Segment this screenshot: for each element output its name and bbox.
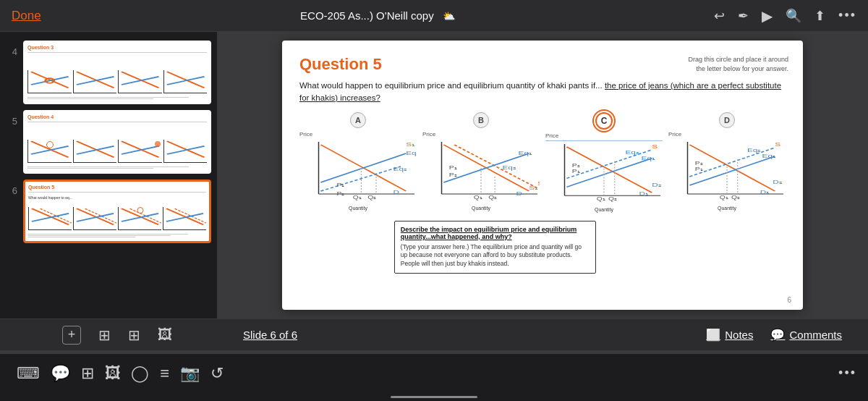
svg-text:P₂: P₂ bbox=[572, 162, 581, 168]
bottom-tools: ⌨ 💬 ⊞ 🖼 ◯ ≡ 📷 ↺ ••• bbox=[0, 353, 868, 392]
answer-option-a[interactable]: A Price bbox=[299, 112, 417, 212]
chart-a: S₁ Eq₁ Eq₂ D P₁ P₂ Q₁ Q₂ bbox=[299, 139, 417, 204]
slide-thumb-row-6: 6 Question 5 What would happen to eq... bbox=[0, 177, 217, 246]
option-circle-a: A bbox=[350, 112, 366, 128]
answer-option-d[interactable]: D Price S Eq₁ Eq₂ D₁ bbox=[668, 112, 786, 212]
svg-line-12 bbox=[76, 146, 114, 154]
table-icon[interactable]: ⊞ bbox=[81, 364, 94, 383]
slide-page-number: 6 bbox=[787, 296, 791, 304]
svg-line-17 bbox=[32, 208, 69, 224]
svg-text:D: D bbox=[393, 188, 400, 195]
svg-text:P₁: P₁ bbox=[572, 168, 581, 174]
main-content: 4 Question 3 bbox=[0, 32, 868, 318]
comments-icon: 💬 bbox=[770, 328, 785, 342]
svg-text:S: S bbox=[652, 143, 658, 149]
notes-icon: ⬜ bbox=[706, 328, 720, 342]
svg-text:D₂: D₂ bbox=[773, 178, 782, 185]
comments-button[interactable]: 💬 Comments bbox=[770, 328, 842, 342]
svg-line-14 bbox=[122, 146, 159, 154]
svg-line-28 bbox=[166, 214, 203, 221]
svg-text:S: S bbox=[775, 140, 780, 147]
search-icon[interactable]: 🔍 bbox=[786, 8, 801, 24]
slide-thumbnail-6[interactable]: Question 5 What would happen to eq... bbox=[23, 180, 211, 243]
slide-canvas: Question 5 Drag this circle and place it… bbox=[282, 41, 803, 310]
done-button[interactable]: Done bbox=[12, 9, 41, 23]
slide-thumbnail-4[interactable]: Question 3 bbox=[23, 41, 211, 104]
toolbar-center: ECO-205 As...) O'Neill copy ⛅ bbox=[300, 9, 455, 22]
image-icon[interactable]: 🖼 bbox=[158, 326, 172, 343]
top-toolbar: Done ECO-205 As...) O'Neill copy ⛅ ↩ ✒ ▶… bbox=[0, 0, 868, 32]
slide-number-5: 5 bbox=[6, 116, 17, 127]
slide-thumbnail-5[interactable]: Question 4 bbox=[23, 110, 211, 174]
slide-thumb-row-4: 4 Question 3 bbox=[0, 38, 217, 107]
undo-bottom-icon[interactable]: ↺ bbox=[210, 364, 224, 383]
grid-icon[interactable]: ⊞ bbox=[128, 326, 140, 344]
chart-d: S Eq₁ Eq₂ D₁ D₂ P₁ P₂ Q₁ Q₂ bbox=[668, 139, 786, 204]
share-icon[interactable]: ⬆ bbox=[814, 8, 825, 24]
svg-text:Q₂: Q₂ bbox=[608, 195, 618, 201]
svg-text:Q₁: Q₁ bbox=[720, 194, 729, 200]
comment-add-icon[interactable]: 💬 bbox=[51, 364, 70, 383]
slide-panel: 4 Question 3 bbox=[0, 32, 217, 318]
play-icon[interactable]: ▶ bbox=[762, 7, 773, 25]
pen-icon[interactable]: ✒ bbox=[738, 8, 749, 24]
more-options-icon[interactable]: ••• bbox=[838, 8, 856, 23]
comments-label: Comments bbox=[789, 329, 842, 341]
answer-option-c[interactable]: C Price bbox=[545, 112, 663, 212]
more-tools-icon[interactable]: ••• bbox=[838, 366, 856, 381]
presentation-title: ECO-205 As...) O'Neill copy bbox=[300, 9, 434, 22]
svg-text:Eq₁: Eq₁ bbox=[406, 149, 417, 156]
list-icon[interactable]: ≡ bbox=[160, 364, 169, 383]
chart-b: S₁ S₂ Eq₁ Eq₂ D P₂ P₁ Q₁ Q₂ bbox=[422, 139, 540, 204]
svg-text:Eq₁: Eq₁ bbox=[519, 149, 532, 156]
chart-d-xlabel: Quantity bbox=[718, 206, 736, 211]
answer-option-b[interactable]: B Price S₁ S₂ Eq₁ Eq₂ bbox=[422, 112, 540, 212]
camera-icon[interactable]: 📷 bbox=[180, 364, 200, 383]
undo-icon[interactable]: ↩ bbox=[714, 8, 725, 24]
bottom-nav-right: ⬜ Notes 💬 Comments bbox=[706, 328, 842, 342]
bottom-nav: + ⊞ ⊞ 🖼 Slide 6 of 6 ⬜ Notes 💬 Comments bbox=[0, 318, 868, 350]
answer-options: A Price bbox=[299, 112, 786, 212]
svg-text:Q₁: Q₁ bbox=[353, 194, 362, 200]
svg-text:Eq₂: Eq₂ bbox=[747, 146, 761, 153]
option-circle-d: D bbox=[719, 112, 735, 128]
svg-text:Eq₂: Eq₂ bbox=[393, 165, 407, 172]
svg-line-8 bbox=[166, 77, 204, 85]
svg-line-22 bbox=[77, 214, 114, 221]
describe-title: Describe the impact on equilibrium price… bbox=[401, 226, 590, 240]
keyboard-icon[interactable]: ⌨ bbox=[17, 364, 40, 383]
describe-box[interactable]: Describe the impact on equilibrium price… bbox=[394, 221, 597, 274]
svg-text:D₁: D₁ bbox=[760, 188, 770, 195]
option-circle-b: B bbox=[473, 112, 489, 128]
svg-line-13 bbox=[122, 141, 159, 157]
svg-line-26 bbox=[166, 208, 203, 224]
svg-text:Q₁: Q₁ bbox=[474, 194, 483, 200]
svg-text:Q₁: Q₁ bbox=[597, 195, 606, 201]
chart-c-xlabel: Quantity bbox=[595, 207, 613, 212]
add-slide-button[interactable]: + bbox=[62, 326, 81, 345]
chart-a-xlabel: Quantity bbox=[349, 206, 367, 211]
slide-editor: Question 5 Drag this circle and place it… bbox=[217, 32, 868, 318]
svg-text:Eq₂: Eq₂ bbox=[625, 148, 639, 155]
svg-text:S₁: S₁ bbox=[529, 184, 538, 190]
svg-text:D₁: D₁ bbox=[639, 190, 649, 197]
svg-line-6 bbox=[122, 77, 159, 85]
shape-icon[interactable]: ◯ bbox=[131, 364, 149, 383]
svg-line-11 bbox=[76, 141, 114, 157]
slide-indicator: Slide 6 of 6 bbox=[243, 329, 297, 341]
bottom-tools-right: ••• bbox=[229, 366, 856, 381]
svg-text:P₁: P₁ bbox=[449, 164, 458, 170]
slide-thumb-row-5: 5 Question 4 bbox=[0, 107, 217, 177]
svg-text:Q₂: Q₂ bbox=[731, 194, 741, 200]
bottom-tools-left: ⌨ 💬 ⊞ 🖼 ◯ ≡ 📷 ↺ bbox=[12, 364, 229, 383]
photo-icon[interactable]: 🖼 bbox=[105, 364, 121, 383]
slides-icon[interactable]: ⊞ bbox=[98, 326, 111, 344]
notes-label: Notes bbox=[725, 329, 753, 341]
svg-line-15 bbox=[166, 141, 204, 157]
svg-text:P₂: P₂ bbox=[695, 160, 704, 166]
notes-button[interactable]: ⬜ Notes bbox=[706, 328, 753, 342]
svg-text:S₂: S₂ bbox=[537, 180, 540, 186]
svg-text:Q₂: Q₂ bbox=[488, 194, 498, 200]
svg-line-19 bbox=[32, 214, 69, 221]
scroll-pill bbox=[391, 396, 477, 398]
